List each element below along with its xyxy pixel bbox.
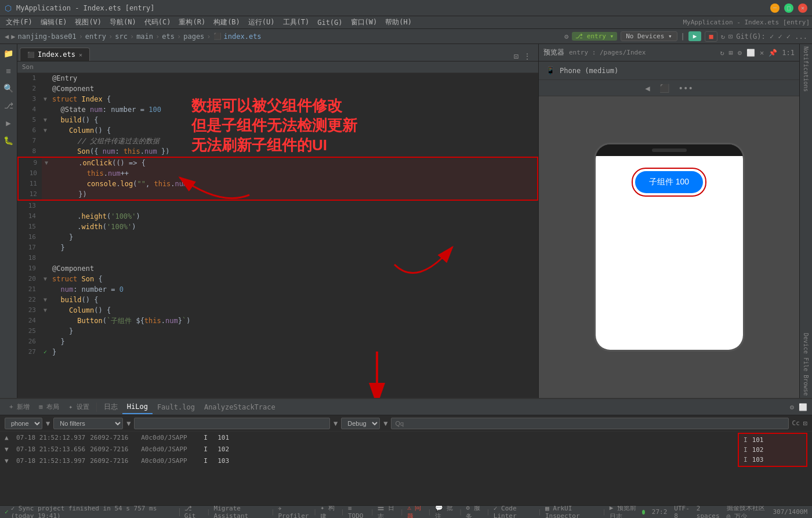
separator: | <box>681 32 685 41</box>
time-label: 1:1 <box>782 49 795 57</box>
breadcrumb-src[interactable]: src <box>115 32 128 41</box>
notifications-label[interactable]: Notifications <box>803 46 809 92</box>
menu-help[interactable]: 帮助(H) <box>382 16 415 28</box>
no-filters-select[interactable]: No filters <box>53 418 123 429</box>
layout-btn[interactable]: ⊞ 布局 <box>34 400 64 414</box>
log-row-highlight-3: I 103 <box>744 455 802 465</box>
settings-icon[interactable]: ⚙ <box>564 32 568 41</box>
nav-more-device[interactable]: ••• <box>679 84 693 93</box>
code-line-22: 22 ▼ build() { <box>17 295 538 305</box>
menu-code[interactable]: 代码(C) <box>141 16 175 28</box>
minimize-button[interactable]: ─ <box>770 3 780 13</box>
clear-log-btn[interactable]: ⊡ <box>803 419 807 428</box>
migrate-status[interactable]: Migrate Assistant <box>214 505 267 518</box>
branch-badge[interactable]: ⎇ entry ▾ <box>572 32 617 41</box>
inspector-status[interactable]: ▦ ArkUI Inspector <box>545 505 599 518</box>
maximize-button[interactable]: □ <box>784 3 793 13</box>
breadcrumb-filename[interactable]: index.ets <box>224 32 262 41</box>
tab-hilog[interactable]: HiLog <box>122 400 153 414</box>
toolbar-right: ⚙ ⎇ entry ▾ No Devices ▾ | ▶ ■ ↻ ⊡ Git(G… <box>564 31 807 42</box>
log-content: I 101 I 102 I 103 ▲ 07-18 21:52:12.937 <box>0 432 812 505</box>
device-selector: 📱 Phone (medium) <box>539 61 799 80</box>
tab-analyze[interactable]: AnalyzeStackTrace <box>200 401 280 414</box>
sidebar-icon-search[interactable]: 🔍 <box>2 81 16 95</box>
linter-status[interactable]: ✓ Code Linter <box>494 505 535 518</box>
menu-git[interactable]: Git(G) <box>314 17 346 28</box>
breadcrumb-pages[interactable]: pages <box>183 32 204 41</box>
preview-log-status[interactable]: ▶ 预览前日志 <box>610 505 642 518</box>
menu-nav[interactable]: 导航(N) <box>106 16 140 28</box>
breadcrumb-entry[interactable]: entry <box>85 32 106 41</box>
breadcrumb-ets[interactable]: ets <box>162 32 175 41</box>
debug-level-select[interactable]: Debug <box>341 418 380 429</box>
sidebar-icon-git[interactable]: ⎇ <box>2 99 16 113</box>
menu-build[interactable]: 构建(B) <box>210 16 244 28</box>
menu-window[interactable]: 窗口(W) <box>347 16 381 28</box>
nav-back-device[interactable]: ◀ <box>645 84 650 93</box>
add-log-btn[interactable]: + 新增 <box>5 400 34 414</box>
breadcrumb-main[interactable]: main <box>136 32 153 41</box>
breadcrumb-file[interactable]: ⬛ <box>213 32 222 40</box>
close-button[interactable]: ✕ <box>798 3 807 13</box>
sidebar-icon-debug[interactable]: 🐛 <box>2 133 16 147</box>
sep10: | <box>538 508 542 516</box>
tab-log[interactable]: 日志 <box>99 400 122 414</box>
service-status[interactable]: ⚙ 服务 <box>466 505 483 518</box>
log-arrow-0: ▲ <box>5 434 12 441</box>
device-file-browser-label[interactable]: Device File Browse <box>803 333 809 396</box>
son-component-button[interactable]: 子组件 100 <box>635 171 703 193</box>
previewer-refresh-icon[interactable]: ↻ <box>720 49 724 57</box>
menu-tools[interactable]: 工具(T) <box>280 16 313 28</box>
clean-btn[interactable]: ⊡ <box>728 32 733 41</box>
previewer-settings-icon[interactable]: ⚙ <box>738 49 742 57</box>
run-button[interactable]: ▶ <box>688 31 702 41</box>
bottom-maximize-icon[interactable]: ⬜ <box>799 403 807 411</box>
log-search-input[interactable] <box>391 418 788 429</box>
build-status[interactable]: ✦ 构建 <box>320 505 337 518</box>
issue-status[interactable]: ⚠ 问题 <box>407 505 424 518</box>
phone-device-icon: 📱 <box>546 66 555 75</box>
log-app-1: A0c0d0/JSAPP <box>141 445 199 453</box>
nav-back-btn[interactable]: ◀ <box>5 32 9 41</box>
far-right-sidebar: Notifications Device File Browse <box>799 44 812 398</box>
bottom-settings-icon[interactable]: ⚙ <box>790 403 794 411</box>
status-bar: ✓ ✓ Sync project finished in 54 s 757 ms… <box>0 505 812 518</box>
tab-faultlog[interactable]: Fault.log <box>153 401 200 414</box>
sidebar-icon-run[interactable]: ▶ <box>2 116 16 130</box>
stop-btn[interactable]: ■ <box>705 31 717 42</box>
sidebar-icon-structure[interactable]: ≡ <box>2 64 16 78</box>
code-line-12: 12 }) <box>19 189 537 200</box>
breadcrumb-root[interactable]: nanjing-base01 <box>17 32 76 41</box>
previewer-expand-icon[interactable]: ⬜ <box>746 49 755 57</box>
menu-edit[interactable]: 编辑(E) <box>37 16 71 28</box>
tab-index-ets[interactable]: ⬛ Index.ets ✕ <box>20 48 90 61</box>
menu-view[interactable]: 视图(V) <box>71 16 105 28</box>
previewer-layout-icon[interactable]: ⊞ <box>729 49 733 57</box>
todo-status[interactable]: ≡ TODO <box>348 505 367 518</box>
profiler-status[interactable]: ✈ Profiler <box>278 505 310 518</box>
bottom-panel: + 新增 ⊞ 布局 ✦ 设置 日志 HiLog Fault.log Analyz… <box>0 398 812 505</box>
sidebar-icon-project[interactable]: 📁 <box>2 46 16 60</box>
settings-bottom-btn[interactable]: ✦ 设置 <box>64 400 94 414</box>
comment-status[interactable]: 💬 批注 <box>435 505 455 518</box>
tab-close-btn[interactable]: ✕ <box>79 52 82 58</box>
device-filter-select[interactable]: phone <box>5 418 42 429</box>
log-status[interactable]: ☰ 日志 <box>378 505 396 518</box>
menu-refactor[interactable]: 重构(R) <box>175 16 209 28</box>
git-btn[interactable]: Git(G): ✓ ✓ ✓ ... <box>736 32 807 41</box>
menu-file[interactable]: 文件(F) <box>2 16 36 28</box>
sync-btn[interactable]: ↻ <box>721 32 725 41</box>
git-status[interactable]: ⎇ Git <box>184 505 203 518</box>
code-editor[interactable]: Son 1 @Entry 2 @Component <box>17 61 538 398</box>
log-search-area[interactable] <box>134 418 330 429</box>
previewer-close-icon[interactable]: ✕ <box>760 49 764 57</box>
code-line-1: 1 @Entry <box>17 73 538 84</box>
editor-more-btn[interactable]: ⋮ <box>523 52 531 61</box>
devices-dropdown[interactable]: No Devices ▾ <box>621 31 677 41</box>
phone-preview-area: 子组件 100 <box>539 96 799 398</box>
menu-run[interactable]: 运行(U) <box>245 16 278 28</box>
nav-home-device[interactable]: ⬛ <box>659 84 669 93</box>
nav-forward-btn[interactable]: ▶ <box>11 32 15 41</box>
previewer-pin-icon[interactable]: 📌 <box>768 49 777 57</box>
editor-split-btn[interactable]: ⊡ <box>514 52 519 61</box>
